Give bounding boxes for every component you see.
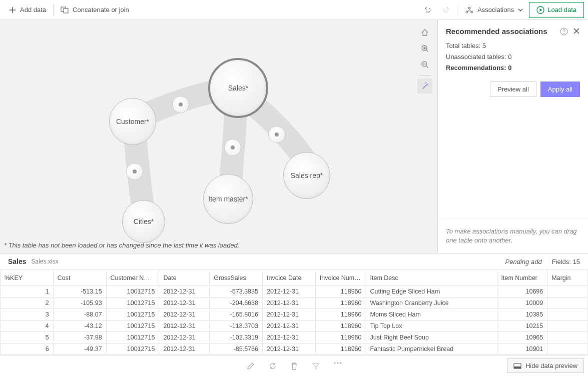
table-cell: 10012715 [106, 332, 159, 344]
hide-label: Hide data preview [525, 362, 577, 370]
main-area: Sales* Customer* Item master* Sales rep*… [0, 20, 588, 253]
apply-all-button[interactable]: Apply all [540, 82, 580, 97]
recommendations-panel: Recommended associations Total tables: 5… [438, 20, 588, 253]
table-row[interactable]: 4-43.12100127152012-12-31-118.37032012-1… [1, 320, 588, 332]
table-cell: 2012-12-31 [159, 332, 210, 344]
table-cell [547, 298, 588, 309]
data-preview-panel: Sales Sales.xlsx Pending add Fields: 15 … [0, 253, 588, 355]
table-row[interactable]: 5-37.98100127152012-12-31-102.33192012-1… [1, 332, 588, 344]
preview-table-wrap[interactable]: %KEYCostCustomer N…DateGrossSalesInvoice… [0, 270, 588, 355]
table-cell: Washington Cranberry Juice [366, 298, 497, 309]
table-node-customer[interactable]: Customer* [109, 98, 156, 145]
table-row[interactable]: 2-105.93100127152012-12-31-204.66382012-… [1, 298, 588, 309]
load-data-label: Load data [547, 6, 576, 14]
edit-button[interactable] [247, 362, 255, 370]
table-cell: 6 [1, 344, 54, 355]
svg-rect-14 [514, 366, 521, 368]
svg-point-12 [340, 362, 341, 364]
table-cell: 4 [1, 320, 54, 332]
play-circle-icon [536, 6, 544, 14]
column-header[interactable]: Item Desc [366, 270, 497, 286]
refresh-button[interactable] [269, 362, 277, 370]
table-cell: Tip Top Lox [366, 320, 497, 332]
table-cell: 10009 [497, 298, 547, 309]
table-cell: 10012715 [106, 309, 159, 320]
preview-all-button[interactable]: Preview all [490, 82, 536, 97]
table-cell: -37.98 [53, 332, 106, 344]
table-node-item-master[interactable]: Item master* [203, 174, 253, 224]
add-data-label: Add data [20, 6, 46, 14]
close-icon[interactable] [573, 28, 580, 34]
preview-filename: Sales.xlsx [32, 258, 59, 265]
table-cell: 118960 [315, 320, 366, 332]
undo-button[interactable] [419, 4, 437, 16]
column-header[interactable]: GrossSales [210, 270, 263, 286]
table-node-sales-rep[interactable]: Sales rep* [283, 152, 330, 199]
association-joint[interactable] [224, 139, 241, 156]
panel-hint: To make associations manually, you can d… [438, 218, 588, 253]
divider [419, 75, 431, 76]
column-header[interactable]: Invoice Date [262, 270, 315, 286]
node-label: Customer* [116, 118, 149, 126]
refresh-icon [269, 362, 277, 370]
association-joint[interactable] [126, 163, 143, 180]
table-cell: 2012-12-31 [159, 309, 210, 320]
column-header[interactable]: Margin [547, 270, 588, 286]
svg-point-9 [563, 33, 564, 34]
trash-icon [291, 362, 298, 370]
node-label: Item master* [208, 195, 248, 203]
column-header[interactable]: Invoice Num… [315, 270, 366, 286]
column-header[interactable]: Item Number [497, 270, 547, 286]
table-cell: -43.12 [53, 320, 106, 332]
more-icon [334, 362, 342, 364]
association-joint[interactable] [268, 126, 285, 143]
canvas-footnote: * This table has not been loaded or has … [4, 242, 239, 249]
table-cell: 5 [1, 332, 54, 344]
home-icon [421, 28, 429, 36]
table-cell: 10385 [497, 309, 547, 320]
associations-dropdown[interactable]: Associations [459, 3, 529, 17]
table-cell: -88.07 [53, 309, 106, 320]
column-header[interactable]: Customer N… [106, 270, 159, 286]
redo-button[interactable] [437, 4, 455, 16]
table-node-sales[interactable]: Sales* [208, 58, 268, 118]
table-cell: 2 [1, 298, 54, 309]
zoom-in-icon [421, 44, 429, 52]
column-header[interactable]: %KEY [1, 270, 54, 286]
hide-data-preview-button[interactable]: Hide data preview [507, 358, 584, 373]
delete-button[interactable] [291, 362, 298, 370]
add-data-button[interactable]: Add data [4, 3, 51, 16]
table-cell: -165.8016 [210, 309, 263, 320]
column-header[interactable]: Date [159, 270, 210, 286]
more-button[interactable] [334, 362, 342, 370]
table-row[interactable]: 6-49.37100127152012-12-31-85.57662012-12… [1, 344, 588, 355]
magic-wand-button[interactable] [417, 78, 432, 94]
table-cell [547, 286, 588, 298]
table-cell: 2012-12-31 [262, 344, 315, 355]
table-cell: -49.37 [53, 344, 106, 355]
filter-button[interactable] [312, 362, 320, 370]
table-row[interactable]: 3-88.07100127152012-12-31-165.80162012-1… [1, 309, 588, 320]
zoom-in-button[interactable] [417, 41, 432, 56]
table-node-cities[interactable]: Cities* [122, 200, 165, 243]
panel-stats: Total tables: 5 Unassociated tables: 0 R… [438, 38, 588, 76]
help-icon[interactable] [560, 28, 568, 36]
home-button[interactable] [417, 25, 432, 40]
association-joint[interactable] [172, 96, 189, 113]
concatenate-button[interactable]: Concatenate or join [56, 3, 134, 16]
redo-icon [442, 6, 450, 14]
table-cell: 2012-12-31 [262, 320, 315, 332]
associations-canvas[interactable]: Sales* Customer* Item master* Sales rep*… [0, 20, 438, 253]
table-cell: -85.5766 [210, 344, 263, 355]
table-row[interactable]: 1-513.15100127152012-12-31-573.38352012-… [1, 286, 588, 298]
table-cell: 118960 [315, 332, 366, 344]
table-cell: -573.3835 [210, 286, 263, 298]
zoom-out-button[interactable] [417, 57, 432, 72]
column-header[interactable]: Cost [53, 270, 106, 286]
divider [53, 4, 54, 16]
table-cell: 2012-12-31 [159, 320, 210, 332]
table-cell: 2012-12-31 [159, 344, 210, 355]
chevron-down-icon [518, 8, 523, 12]
undo-icon [424, 6, 432, 14]
load-data-button[interactable]: Load data [529, 2, 584, 18]
